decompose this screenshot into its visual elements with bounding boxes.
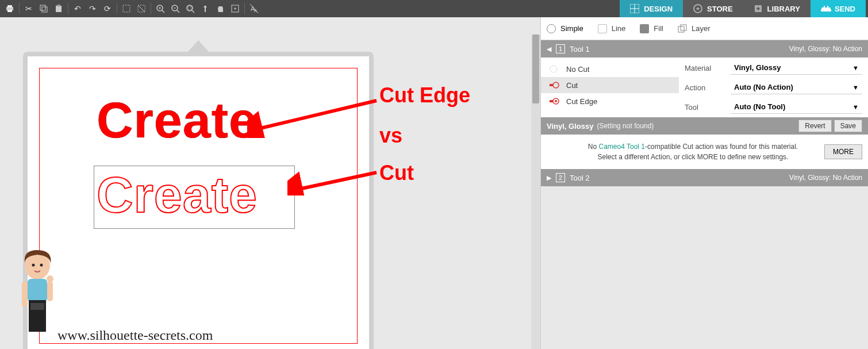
caret-icon: ▼ (852, 103, 859, 110)
svg-rect-50 (550, 84, 553, 86)
svg-rect-33 (827, 6, 828, 7)
circle-icon (547, 24, 556, 33)
print-icon[interactable] (2, 1, 17, 16)
redo-icon[interactable]: ↷ (85, 1, 100, 16)
svg-line-18 (192, 10, 194, 13)
cut-icon[interactable]: ✂ (21, 1, 36, 16)
paste-icon[interactable] (51, 1, 66, 16)
setting-name: Vinyl, Glossy (547, 122, 593, 131)
material-value: Vinyl, Glossy (734, 63, 781, 72)
more-button[interactable]: MORE (824, 144, 862, 159)
tab-design-label: DESIGN (644, 5, 673, 13)
canvas-scrollbar[interactable] (531, 34, 540, 349)
tab-send[interactable]: SEND (811, 0, 866, 17)
save-button[interactable]: Save (834, 120, 862, 132)
svg-rect-32 (824, 6, 825, 7)
action-dropdown[interactable]: Auto (No Action)▼ (731, 80, 862, 94)
mat-feed-arrow-icon (188, 40, 209, 52)
fit-icon[interactable] (228, 1, 243, 16)
zoom-out-icon[interactable] (168, 1, 183, 16)
svg-rect-40 (28, 279, 47, 302)
zoom-in-icon[interactable] (153, 1, 168, 16)
mode-nocut-label: No Cut (566, 65, 589, 74)
mode-cut-label: Cut (566, 81, 578, 90)
svg-line-35 (256, 101, 377, 129)
refresh-icon[interactable]: ⟳ (100, 1, 115, 16)
info-post: -compatible Cut action was found for thi… (645, 143, 798, 151)
svg-point-48 (550, 66, 557, 72)
subtab-simple-label: Simple (560, 24, 583, 33)
info-message: No Cameo4 Tool 1-compatible Cut action w… (541, 135, 868, 169)
annotation-arrow-2 (287, 167, 379, 195)
tab-design[interactable]: DESIGN (620, 0, 683, 17)
svg-rect-2 (7, 10, 12, 12)
undo-icon[interactable]: ↶ (70, 1, 85, 16)
tool2-name: Tool 2 (570, 174, 789, 182)
svg-point-38 (32, 264, 35, 267)
subtab-line[interactable]: Line (598, 24, 626, 33)
tool2-header[interactable]: ▶ 2 Tool 2 Vinyl, Glossy: No Action (541, 169, 868, 186)
line-subtab-icon (598, 24, 607, 33)
canvas-area: Create Create Cut Edge vs Cut (0, 17, 540, 349)
design-text-cutedge[interactable]: Create (97, 91, 258, 149)
svg-rect-42 (30, 303, 44, 310)
tool1-name: Tool 1 (570, 45, 789, 53)
cut-mode-icon (549, 80, 560, 90)
svg-rect-4 (42, 7, 47, 12)
tab-store[interactable]: STORE (683, 0, 743, 17)
zoom-drag-icon[interactable] (198, 1, 213, 16)
svg-line-36 (296, 172, 377, 190)
tool-label: Tool (685, 103, 725, 112)
tab-library-label: LIBRARY (767, 5, 800, 13)
svg-rect-6 (57, 5, 60, 6)
material-label: Material (685, 64, 725, 72)
tool2-number: 2 (556, 173, 565, 182)
svg-point-39 (40, 264, 43, 267)
tool1-number: 1 (556, 44, 565, 53)
cut-modes-list: No Cut Cut Cut Edge (541, 61, 679, 114)
tool1-header[interactable]: ◀ 1 Tool 1 Vinyl, Glossy: No Action (541, 40, 868, 57)
zoom-selection-icon[interactable] (183, 1, 198, 16)
annotation-vs: vs (379, 124, 402, 148)
mode-nocut[interactable]: No Cut (541, 61, 679, 77)
info-line1: No Cameo4 Tool 1-compatible Cut action w… (552, 141, 834, 152)
pan-icon[interactable] (213, 1, 228, 16)
material-dropdown[interactable]: Vinyl, Glossy▼ (731, 61, 862, 75)
annotation-cut: Cut (379, 161, 414, 185)
setting-status-bar: Vinyl, Glossy (Setting not found) Revert… (541, 117, 868, 135)
nav-tabs: DESIGN STORE LIBRARY SEND (620, 0, 866, 17)
info-line2: Select a different Action, or click MORE… (552, 152, 834, 162)
setting-sub: (Setting not found) (597, 122, 796, 130)
svg-rect-5 (56, 6, 62, 12)
store-icon (693, 4, 702, 13)
action-value: Auto (No Action) (734, 83, 793, 91)
subtab-layer[interactable]: Layer (678, 24, 710, 33)
text-style-icon[interactable]: AА (247, 1, 262, 16)
tool-dropdown[interactable]: Auto (No Tool)▼ (731, 100, 862, 114)
svg-rect-31 (821, 7, 831, 9)
cutedge-icon (549, 97, 560, 106)
subtab-fill[interactable]: Fill (640, 24, 663, 33)
tab-library[interactable]: LIBRARY (743, 0, 811, 17)
svg-rect-34 (821, 9, 831, 11)
design-text-cut[interactable]: Create (97, 166, 258, 224)
avatar-illustration (11, 246, 63, 349)
svg-rect-46 (678, 26, 684, 32)
watermark-text: www.silhouette-secrets.com (57, 328, 213, 343)
mode-cut[interactable]: Cut (541, 77, 679, 93)
fill-subtab-icon (640, 24, 649, 33)
subtab-simple[interactable]: Simple (547, 24, 583, 33)
svg-line-11 (162, 10, 164, 13)
svg-rect-7 (123, 5, 130, 12)
tool2-status: Vinyl, Glossy: No Action (789, 174, 862, 182)
select-all-icon[interactable] (119, 1, 134, 16)
svg-rect-19 (188, 6, 191, 10)
revert-button[interactable]: Revert (798, 120, 831, 132)
info-link[interactable]: Cameo4 Tool 1 (599, 143, 646, 151)
svg-point-53 (555, 100, 557, 102)
mode-cutedge[interactable]: Cut Edge (541, 93, 679, 109)
svg-rect-52 (550, 100, 553, 102)
copy-icon[interactable] (36, 1, 51, 16)
subtab-layer-label: Layer (692, 24, 710, 33)
deselect-icon[interactable] (134, 1, 149, 16)
